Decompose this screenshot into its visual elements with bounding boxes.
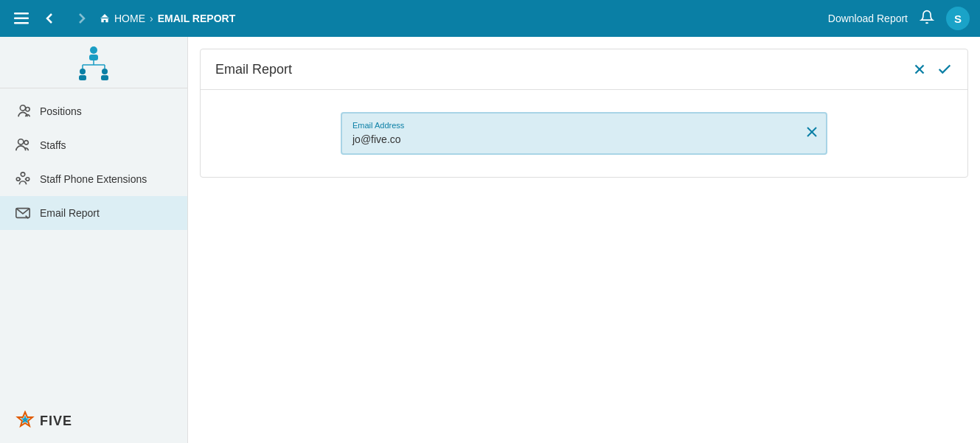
forward-button[interactable]: [69, 7, 91, 29]
topbar: HOME › EMAIL REPORT Download Report S: [0, 0, 980, 37]
sidebar-logo-area: [0, 37, 187, 88]
svg-point-18: [16, 178, 20, 181]
card-body: Email Address jo@five.co: [201, 90, 967, 177]
staffs-icon: [15, 137, 31, 153]
email-field-value: jo@five.co: [352, 133, 401, 145]
svg-point-19: [26, 178, 29, 181]
sidebar-item-positions[interactable]: Positions: [0, 94, 187, 128]
svg-rect-10: [79, 75, 86, 80]
main-content: Email Report: [188, 37, 980, 443]
card-title: Email Report: [215, 62, 292, 77]
email-report-icon: [15, 205, 31, 221]
email-report-label: Email Report: [40, 207, 100, 219]
sidebar: Positions Staffs: [0, 37, 188, 443]
svg-point-9: [80, 69, 86, 74]
email-field-wrapper: Email Address jo@five.co: [341, 112, 827, 155]
email-field-container: Email Address jo@five.co: [341, 112, 827, 155]
home-label: HOME: [114, 13, 145, 24]
card-actions: [911, 61, 953, 77]
breadcrumb-separator: ›: [150, 13, 153, 24]
user-avatar[interactable]: S: [946, 7, 970, 30]
svg-point-15: [18, 139, 24, 144]
positions-label: Positions: [40, 105, 82, 117]
phone-extensions-icon: [15, 171, 31, 187]
svg-rect-12: [101, 75, 108, 80]
email-report-card: Email Report: [200, 49, 968, 178]
home-nav[interactable]: HOME: [99, 13, 145, 24]
staff-phone-extensions-label: Staff Phone Extensions: [40, 173, 147, 185]
confirm-button[interactable]: [936, 61, 953, 77]
download-report-button[interactable]: Download Report: [828, 13, 908, 24]
svg-rect-4: [89, 55, 98, 60]
svg-point-3: [90, 46, 97, 54]
svg-point-13: [20, 105, 25, 111]
email-field-clear-button[interactable]: [807, 127, 817, 140]
menu-button[interactable]: [10, 7, 32, 29]
org-chart-icon: [74, 44, 114, 81]
svg-rect-1: [14, 18, 29, 20]
sidebar-bottom: FIVE: [0, 399, 187, 443]
svg-point-11: [102, 69, 108, 74]
positions-icon: [15, 103, 31, 119]
five-logo: FIVE: [15, 411, 72, 431]
sidebar-item-staffs[interactable]: Staffs: [0, 128, 187, 162]
main-layout: Positions Staffs: [0, 37, 980, 443]
topbar-right: Download Report S: [828, 7, 970, 30]
back-button[interactable]: [40, 7, 62, 29]
current-page-label: EMAIL REPORT: [158, 13, 236, 24]
svg-point-16: [24, 141, 29, 145]
svg-point-17: [21, 172, 25, 177]
five-logo-text: FIVE: [40, 414, 72, 429]
sidebar-nav: Positions Staffs: [0, 88, 187, 399]
notification-bell-icon[interactable]: [920, 10, 934, 28]
sidebar-item-staff-phone-extensions[interactable]: Staff Phone Extensions: [0, 162, 187, 196]
card-header: Email Report: [201, 49, 967, 90]
svg-rect-2: [14, 22, 29, 24]
email-field-label: Email Address: [352, 121, 816, 130]
five-logo-icon: [15, 411, 35, 431]
svg-rect-0: [14, 13, 29, 15]
sidebar-item-email-report[interactable]: Email Report: [0, 196, 187, 230]
close-button[interactable]: [911, 61, 928, 77]
svg-point-14: [26, 108, 29, 112]
staffs-label: Staffs: [40, 139, 66, 151]
